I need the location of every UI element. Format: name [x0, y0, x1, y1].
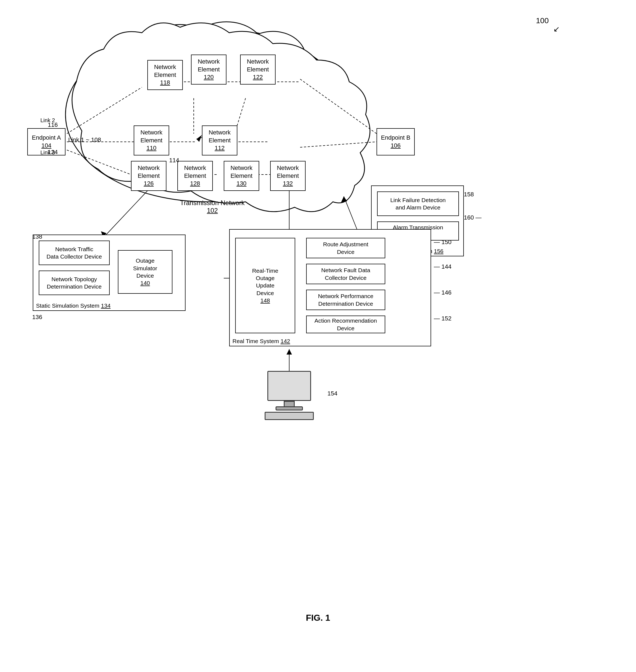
ne110-box: NetworkElement110 [134, 125, 169, 156]
action-recommendation-box: Action RecommendationDevice [306, 315, 385, 333]
label-138: 138 [32, 233, 42, 240]
svg-marker-47 [286, 349, 292, 354]
svg-marker-45 [341, 196, 347, 202]
link1-label: Link 1 ~ 108 [68, 136, 101, 143]
real-time-system-label: Real Time System 142 [233, 338, 290, 344]
ne126-box: NetworkElement126 [131, 161, 166, 191]
label-144: — 144 [434, 263, 452, 270]
real-time-outage-update-box: Real-TimeOutageUpdateDevice148 [235, 238, 295, 333]
network-performance-determination-box: Network PerformanceDetermination Device [306, 290, 385, 310]
route-adjustment-box: Route AdjustmentDevice [306, 238, 385, 258]
svg-line-9 [67, 150, 131, 175]
network-traffic-collector-box: Network TrafficData Collector Device [39, 241, 110, 265]
label-154: 154 [327, 390, 338, 397]
ne128-box: NetworkElement128 [177, 161, 213, 191]
link2-text: Link 2 [40, 117, 55, 124]
network-topology-determination-box: Network TopologyDetermination Device [39, 270, 110, 295]
label-136: 136 [32, 314, 42, 321]
svg-line-8 [67, 87, 142, 134]
computer-illustration [259, 371, 319, 420]
svg-point-5 [273, 55, 327, 104]
fig-label: FIG. 1 [306, 613, 330, 623]
ne122-box: NetworkElement122 [240, 55, 276, 84]
ne118-box: NetworkElement118 [147, 60, 183, 90]
real-time-system-box: Real-TimeOutageUpdateDevice148 Route Adj… [229, 229, 431, 346]
label-146: — 146 [434, 289, 452, 296]
link-failure-detection-box: Link Failure Detectionand Alarm Device [377, 191, 459, 216]
endpoint-a-label: Endpoint A [32, 134, 61, 142]
ne120-box: NetworkElement120 [191, 55, 226, 84]
ref-100: 100 [536, 16, 549, 25]
link3-text: Link 3 [40, 149, 55, 156]
arrow-100: ↙ [553, 24, 560, 34]
endpoint-b-label: Endpoint B [381, 134, 410, 142]
transmission-network-number: 102 [207, 207, 218, 214]
endpoint-b-number: 106 [381, 142, 410, 150]
static-simulation-system-box: Network TrafficData Collector Device Net… [33, 235, 185, 311]
label-160: 160 — [464, 214, 481, 221]
endpoint-b-box: Endpoint B 106 [377, 128, 415, 156]
label-150: — 150 [434, 239, 452, 246]
label-158: 158 [464, 191, 474, 198]
static-sim-label: Static Simulation System 134 [36, 303, 111, 309]
svg-line-11 [300, 79, 377, 134]
outage-simulator-box: OutageSimulatorDevice140 [118, 250, 173, 294]
ne132-box: NetworkElement132 [270, 161, 305, 191]
svg-line-27 [104, 191, 147, 237]
svg-marker-22 [196, 135, 202, 142]
label-114: 114 [169, 157, 179, 164]
diagram-container: 100 ↙ [0, 0, 636, 672]
ne130-box: NetworkElement130 [224, 161, 259, 191]
svg-line-10 [300, 142, 377, 147]
label-152: — 152 [434, 315, 452, 322]
ne112-box: NetworkElement112 [202, 125, 237, 156]
network-fault-collector-box: Network Fault DataCollector Device [306, 264, 385, 284]
transmission-network-label: Transmission Network102 [180, 199, 245, 215]
